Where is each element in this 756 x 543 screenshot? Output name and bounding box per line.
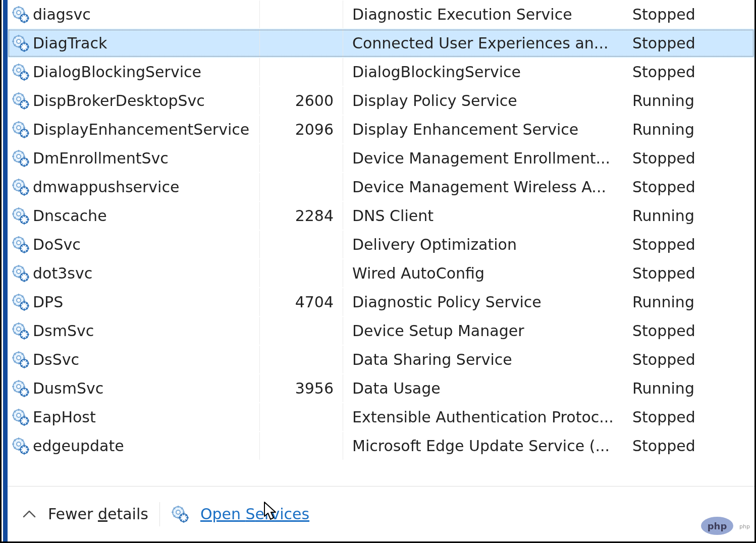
service-description: DialogBlockingService — [352, 63, 521, 81]
cell-pid: 2096 — [260, 116, 343, 143]
cell-description: Delivery Optimization — [343, 231, 628, 258]
cell-status: Stopped — [628, 1, 754, 28]
table-row[interactable]: DoSvcDelivery OptimizationStopped — [8, 230, 754, 259]
cell-pid — [260, 231, 343, 258]
cell-description: Data Sharing Service — [343, 346, 628, 373]
service-status: Stopped — [632, 322, 695, 340]
service-name: DsmSvc — [33, 322, 94, 340]
cell-name: DispBrokerDesktopSvc — [8, 87, 260, 115]
service-name: DispBrokerDesktopSvc — [33, 92, 205, 110]
cell-pid: 2284 — [260, 202, 343, 230]
service-status: Running — [632, 121, 694, 138]
cell-status: Stopped — [628, 29, 754, 57]
service-icon — [12, 149, 30, 168]
service-name: DmEnrollmentSvc — [33, 149, 169, 167]
table-row[interactable]: dmwappushserviceDevice Management Wirele… — [8, 173, 754, 201]
cell-description: Diagnostic Policy Service — [343, 288, 628, 316]
cell-name: Dnscache — [8, 202, 260, 230]
cell-pid — [260, 403, 343, 431]
open-services-link[interactable]: Open Services — [200, 505, 309, 523]
service-icon — [12, 236, 30, 254]
service-status: Running — [632, 207, 694, 225]
cell-description: Display Enhancement Service — [343, 116, 628, 143]
service-description: Diagnostic Policy Service — [352, 293, 542, 311]
service-description: Connected User Experiences an... — [352, 34, 608, 52]
cell-status: Stopped — [628, 317, 754, 345]
service-description: Display Enhancement Service — [352, 121, 578, 138]
cell-name: DsmSvc — [8, 317, 260, 345]
table-row[interactable]: dot3svcWired AutoConfigStopped — [8, 259, 754, 288]
cell-pid: 4704 — [260, 288, 343, 316]
footer-bar: Fewer details Open Services — [8, 486, 754, 541]
service-icon — [12, 34, 30, 52]
service-status: Stopped — [632, 178, 695, 196]
service-name: DoSvc — [33, 236, 81, 253]
service-pid: 3956 — [295, 379, 334, 397]
table-row[interactable]: DispBrokerDesktopSvc2600Display Policy S… — [8, 86, 754, 115]
table-row[interactable]: EapHostExtensible Authentication Protoc.… — [8, 403, 754, 431]
table-row[interactable]: edgeupdateMicrosoft Edge Update Service … — [8, 431, 754, 460]
service-description: DNS Client — [352, 207, 434, 225]
cell-description: Diagnostic Execution Service — [343, 1, 628, 28]
service-description: Diagnostic Execution Service — [352, 6, 572, 23]
cell-pid — [260, 346, 343, 373]
table-row[interactable]: DusmSvc3956Data UsageRunning — [8, 374, 754, 403]
cell-status: Stopped — [628, 231, 754, 258]
table-row[interactable]: DiagTrackConnected User Experiences an..… — [8, 29, 754, 58]
table-row[interactable]: DsmSvcDevice Setup ManagerStopped — [8, 316, 754, 345]
service-status: Stopped — [632, 264, 695, 282]
service-icon — [12, 121, 30, 139]
service-status: Stopped — [632, 408, 695, 426]
service-description: Extensible Authentication Protoc... — [352, 408, 614, 426]
service-pid: 2096 — [295, 121, 334, 138]
table-row[interactable]: DialogBlockingServiceDialogBlockingServi… — [8, 58, 754, 86]
service-pid: 4704 — [295, 293, 334, 311]
service-description: Data Sharing Service — [352, 351, 512, 368]
service-description: Data Usage — [352, 379, 441, 397]
service-description: Device Management Wireless A... — [352, 178, 606, 196]
service-description: Delivery Optimization — [352, 236, 517, 253]
services-table[interactable]: diagsvcDiagnostic Execution ServiceStopp… — [8, 0, 754, 486]
cell-name: DisplayEnhancementService — [8, 116, 260, 143]
cell-status: Running — [628, 87, 754, 115]
service-status: Stopped — [632, 236, 695, 253]
service-icon — [171, 505, 189, 523]
table-row[interactable]: DsSvcData Sharing ServiceStopped — [8, 345, 754, 374]
service-description: Device Management Enrollment... — [352, 149, 610, 167]
service-name: edgeupdate — [33, 437, 124, 455]
table-row[interactable]: DisplayEnhancementService2096Display Enh… — [8, 115, 754, 144]
cell-description: Microsoft Edge Update Service (... — [343, 432, 628, 460]
cell-status: Stopped — [628, 144, 754, 172]
open-services-label: Open Services — [200, 505, 309, 523]
cell-pid — [260, 58, 343, 86]
fewer-details-button[interactable]: Fewer details — [48, 505, 148, 523]
content-area: diagsvcDiagnostic Execution ServiceStopp… — [8, 0, 754, 541]
cell-status: Running — [628, 374, 754, 402]
cell-pid — [260, 317, 343, 345]
table-row[interactable]: DmEnrollmentSvcDevice Management Enrollm… — [8, 144, 754, 173]
table-row[interactable]: diagsvcDiagnostic Execution ServiceStopp… — [8, 0, 754, 29]
table-row[interactable]: DPS4704Diagnostic Policy ServiceRunning — [8, 288, 754, 316]
service-name: Dnscache — [33, 207, 107, 225]
service-pid: 2284 — [295, 207, 334, 225]
cell-status: Running — [628, 288, 754, 316]
table-row[interactable]: Dnscache2284DNS ClientRunning — [8, 201, 754, 230]
cell-name: dot3svc — [8, 259, 260, 287]
service-status: Stopped — [632, 351, 695, 368]
cell-pid: 2600 — [260, 87, 343, 115]
cell-description: DNS Client — [343, 202, 628, 230]
chevron-up-icon[interactable] — [22, 507, 37, 522]
service-icon — [12, 178, 30, 196]
cell-description: Extensible Authentication Protoc... — [343, 403, 628, 431]
cell-name: DPS — [8, 288, 260, 316]
service-status: Stopped — [632, 437, 695, 455]
service-name: EapHost — [33, 408, 96, 426]
cell-status: Stopped — [628, 58, 754, 86]
service-name: DiagTrack — [33, 34, 107, 52]
cell-status: Stopped — [628, 259, 754, 287]
service-status: Stopped — [632, 149, 695, 167]
service-name: DisplayEnhancementService — [33, 121, 249, 138]
cell-pid — [260, 144, 343, 172]
service-description: Wired AutoConfig — [352, 264, 484, 282]
cell-status: Stopped — [628, 432, 754, 460]
